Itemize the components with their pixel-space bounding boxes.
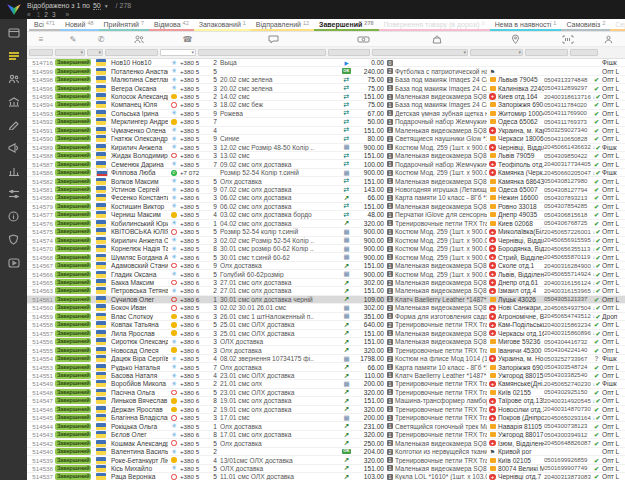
order-row[interactable]: 514542ЗавершенийКошмак Александр+380 55О…: [27, 439, 625, 447]
column-manager[interactable]: [591, 32, 625, 46]
order-row[interactable]: 514545ЗавершенийБлагінна Владіслава+380 …: [27, 414, 625, 422]
order-row[interactable]: 514589ЗавершенийКирилич Анжела✳+380 5312…: [27, 144, 625, 152]
sidebar-item-info[interactable]: [7, 210, 21, 223]
order-row[interactable]: 514566ЗавершенийГладик Оксана✳+380 65Гол…: [27, 270, 625, 278]
column-status[interactable]: ✎: [55, 32, 91, 46]
filter-city[interactable]: ▾: [470, 49, 523, 56]
order-row[interactable]: 514538ЗавершенийКісь Михайло✳+380 55ОЛХ …: [27, 465, 625, 473]
page-button-2[interactable]: 2: [44, 11, 48, 18]
channel-star-icon[interactable]: ✳: [171, 380, 176, 387]
column-customer[interactable]: [111, 32, 168, 46]
channel-star-icon[interactable]: ✳: [171, 355, 176, 362]
ring-channel-icon[interactable]: [171, 263, 177, 269]
order-row[interactable]: 514549ЗавершенийВоробйов Микола✳+380 522…: [27, 380, 625, 388]
channel-star-icon[interactable]: ✳: [171, 76, 176, 83]
order-row[interactable]: 514576ЗавершенийКобилинський Юрий✳+380 6…: [27, 220, 625, 228]
channel-star-icon[interactable]: ✳: [171, 363, 176, 370]
channel-star-icon[interactable]: ✳: [171, 203, 176, 210]
order-row[interactable]: 514590ЗавершенийГнатюк Олександр✳+380 59…: [27, 135, 625, 143]
channel-star-icon[interactable]: ✳: [171, 186, 176, 193]
channel-star-icon[interactable]: ✳: [171, 135, 176, 142]
order-row[interactable]: 514563ЗавершенийПетровська Тетяна✳+380 6…: [27, 287, 625, 295]
sidebar-item-partners[interactable]: [7, 233, 21, 246]
channel-star-icon[interactable]: ✳: [171, 160, 176, 167]
order-row[interactable]: 514599ЗавершенийПоталенко Анастас..✳+380…: [27, 67, 625, 75]
order-row[interactable]: 514568ЗавершенийШумляс Богдана Ан..✳+380…: [27, 253, 625, 261]
order-row[interactable]: 514554ЗавершенийДацюк Віра Сергіївна✳+38…: [27, 355, 625, 363]
order-row[interactable]: 514543ЗавершенийБєлов Олег✳+380 6817.01 …: [27, 431, 625, 439]
order-row[interactable]: 514553ЗавершенийРудько Наталья✳+380 57Ол…: [27, 363, 625, 371]
sidebar-item-video[interactable]: [7, 256, 21, 269]
ring-channel-icon[interactable]: [171, 229, 177, 235]
order-row[interactable]: 514548ЗавершенийПасічна Ольга+380 6523.0…: [27, 389, 625, 397]
order-row[interactable]: 514540ЗавершенийВалентина Василье..✳+380…: [27, 448, 625, 456]
order-row[interactable]: 514574ЗавершенийКирилич Анжела Ол..✳+380…: [27, 237, 625, 245]
tab-Нема в наявності[interactable]: Нема в наявності1: [490, 19, 562, 31]
ring-channel-icon[interactable]: [171, 415, 177, 421]
order-row[interactable]: 514581ЗавершенийУстинов Сергей✳+380 6907…: [27, 186, 625, 194]
order-row[interactable]: 514544ЗавершенийРокіцька Ольга✳+380 51Ол…: [27, 422, 625, 430]
tab-Відмова[interactable]: Відмова42: [149, 19, 194, 31]
channel-star-icon[interactable]: ✳: [171, 67, 176, 74]
channel-star-icon[interactable]: ✳: [171, 177, 176, 184]
page-button-3[interactable]: 3: [52, 11, 56, 18]
tab-Новий[interactable]: Новий48: [60, 19, 99, 31]
viber-icon[interactable]: [171, 457, 177, 463]
tab-Запакований[interactable]: Запакований1: [194, 19, 251, 31]
filter-tracking[interactable]: [525, 49, 568, 56]
order-row[interactable]: 514598ЗавершенийМалютина Светлана✳+380 5…: [27, 76, 625, 84]
filter-customer[interactable]: [105, 49, 158, 56]
filter-phone[interactable]: ▾: [160, 49, 196, 56]
column-phone[interactable]: ☎: [168, 32, 207, 46]
order-row[interactable]: 514593ЗавершенийСольська Ірина✳+380 59Ро…: [27, 110, 625, 118]
filter-manager[interactable]: [570, 49, 598, 56]
order-row[interactable]: 514565ЗавершенийБакка Максим+380 6327.01…: [27, 279, 625, 287]
viber-icon[interactable]: [171, 314, 177, 320]
ring-channel-icon[interactable]: [171, 390, 177, 396]
column-call[interactable]: ✆: [91, 32, 111, 46]
sidebar-item-clients[interactable]: [7, 72, 21, 85]
order-row[interactable]: 514556ЗавершенийСиротюк Олександр✳+380 6…: [27, 338, 625, 346]
channel-star-icon[interactable]: ✳: [171, 220, 176, 227]
filter-payment[interactable]: [328, 49, 370, 56]
app-logo[interactable]: [0, 0, 27, 19]
column-order-id[interactable]: ≡: [27, 32, 55, 46]
order-row[interactable]: 514558ЗавершенийКовпак Татьяна+380 6525.…: [27, 321, 625, 329]
viber-icon[interactable]: [171, 119, 177, 125]
filter-call[interactable]: ▾: [87, 49, 103, 56]
channel-star-icon[interactable]: ✳: [171, 84, 176, 91]
order-row[interactable]: 514592ЗавершенийМерклингер Андрей+380 57…: [27, 118, 625, 126]
sidebar-item-orders[interactable]: [7, 49, 21, 62]
ring-channel-icon[interactable]: [171, 474, 177, 480]
channel-star-icon[interactable]: ✳: [171, 194, 176, 201]
viber-icon[interactable]: [171, 212, 177, 218]
order-row[interactable]: 514537ЗавершенийРаца Вероніка+380 5511.0…: [27, 473, 625, 480]
sidebar-item-settings[interactable]: [7, 187, 21, 200]
channel-star-icon[interactable]: ✳: [171, 338, 176, 345]
column-comment[interactable]: [207, 32, 340, 46]
order-row[interactable]: 514551ЗавершенийБасова Наталя✳+380 5423.…: [27, 372, 625, 380]
order-row[interactable]: 514716ЗавершенийНов10 Нов10✳+380 52Выца▶…: [27, 59, 625, 67]
sidebar-item-dashboard[interactable]: [7, 26, 21, 39]
ring-channel-icon[interactable]: [171, 305, 177, 311]
ring-channel-icon[interactable]: [171, 280, 177, 286]
order-row[interactable]: 514591ЗавершенийЧумаченко Олена✳+380 54⇄…: [27, 127, 625, 135]
column-delivery-city[interactable]: [487, 32, 544, 46]
sidebar-item-sales[interactable]: [7, 118, 21, 131]
channel-star-icon[interactable]: ✳: [171, 237, 176, 244]
order-row[interactable]: 514560ЗавершенийБокоч Иван+380 5302.02 3…: [27, 304, 625, 312]
ring-channel-icon[interactable]: [171, 153, 177, 159]
whatsapp-icon[interactable]: ✆: [171, 170, 177, 176]
tab-Всі[interactable]: Всі471: [29, 19, 60, 31]
viber-icon[interactable]: [171, 398, 177, 404]
filter-products[interactable]: ▾: [372, 49, 468, 56]
order-row[interactable]: 514546ЗавершенийДержан Ярослав+380 6219.…: [27, 406, 625, 414]
order-row[interactable]: 514577ЗавершенийЧерниш Максим+380 5403.0…: [27, 211, 625, 219]
order-row[interactable]: 514579ЗавершенийКостишин Виктор✳+380 590…: [27, 203, 625, 211]
order-row[interactable]: 514557ЗавершенийЛила Ярослав+380 6325.01…: [27, 330, 625, 338]
order-row[interactable]: 514561ЗавершенийСучилов Олег+380 6130.01…: [27, 296, 625, 304]
filter-status[interactable]: ▾: [55, 49, 85, 56]
viber-icon[interactable]: [171, 330, 177, 336]
order-row[interactable]: 514586ЗавершенийФіліпова Люба✆+7 072Розм…: [27, 169, 625, 177]
channel-star-icon[interactable]: ✳: [171, 253, 176, 260]
